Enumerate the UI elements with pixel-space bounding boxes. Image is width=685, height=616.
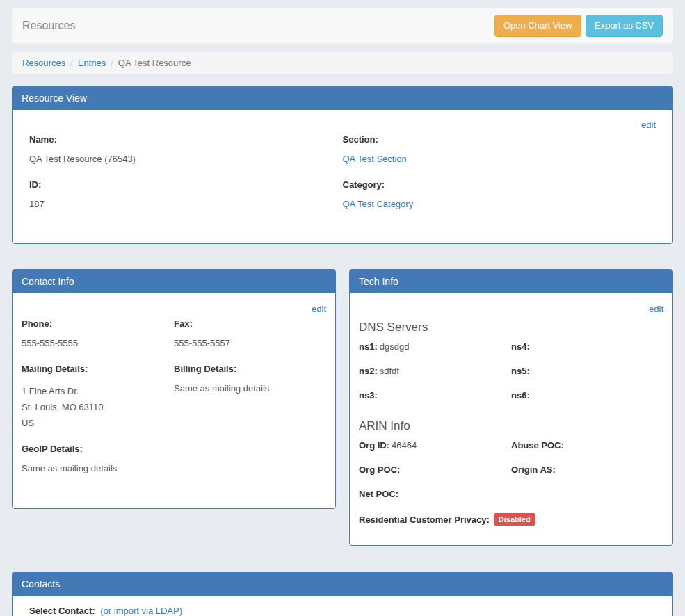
abuse-poc-label: Abuse POC: <box>511 440 564 451</box>
phone-label: Phone: <box>22 318 174 329</box>
breadcrumb-current: QA Test Resource <box>118 58 191 68</box>
contact-info-edit-link[interactable]: edit <box>312 304 326 314</box>
org-poc-field: Org POC: <box>359 464 511 475</box>
dns-servers-heading: DNS Servers <box>359 321 663 334</box>
breadcrumb-entries-link[interactable]: Entries <box>78 58 106 68</box>
ns3-label: ns3: <box>359 390 378 400</box>
resource-view-left-column: Name: QA Test Resource (76543) ID: 187 <box>29 131 343 225</box>
grid-spacer <box>511 489 663 499</box>
mailing-address-line: US <box>22 415 174 431</box>
breadcrumb: Resources/Entries/QA Test Resource <box>12 52 673 74</box>
id-value: 187 <box>29 199 343 209</box>
contacts-panel-body: Select Contact: (or import via LDAP) Sea… <box>13 596 672 616</box>
geoip-details-label: GeoIP Details: <box>22 444 174 454</box>
tech-info-panel-title: Tech Info <box>350 270 672 293</box>
arin-info-heading: ARIN Info <box>359 419 663 433</box>
ns2-value: sdfdf <box>380 366 399 376</box>
contact-info-panel-title: Contact Info <box>13 270 335 293</box>
id-label: ID: <box>29 179 343 190</box>
tech-info-panel-body: edit DNS Servers ns1:dgsdgd ns4: ns2:sdf… <box>350 293 672 545</box>
abuse-poc-field: Abuse POC: <box>511 440 663 451</box>
origin-as-field: Origin AS: <box>511 464 663 475</box>
mailing-details-label: Mailing Details: <box>22 364 174 374</box>
contacts-panel: Contacts Select Contact: (or import via … <box>12 572 673 616</box>
resource-view-panel: Resource View edit Name: QA Test Resourc… <box>12 86 673 244</box>
breadcrumb-separator: / <box>70 58 73 68</box>
org-id-label: Org ID: <box>359 440 389 451</box>
ns4-label: ns4: <box>511 341 530 352</box>
breadcrumb-separator: / <box>111 58 113 68</box>
net-poc-field: Net POC: <box>359 489 511 499</box>
resource-view-panel-title: Resource View <box>13 86 672 110</box>
contact-info-left-column: Phone: 555-555-5555 Mailing Details: 1 F… <box>22 316 174 489</box>
info-panels-row: Contact Info edit Phone: 555-555-5555 Ma… <box>12 269 673 546</box>
org-poc-label: Org POC: <box>359 464 400 475</box>
ns5-label: ns5: <box>511 366 530 376</box>
geoip-details-value: Same as mailing details <box>22 463 174 473</box>
name-label: Name: <box>29 134 343 145</box>
ns4-field: ns4: <box>511 341 663 352</box>
ns1-value: dgsdgd <box>380 341 410 352</box>
ns6-label: ns6: <box>511 390 530 400</box>
residential-privacy-field: Residential Customer Privacy:Disabled <box>359 513 663 526</box>
section-link[interactable]: QA Test Section <box>343 154 407 164</box>
privacy-disabled-badge: Disabled <box>494 513 535 526</box>
fax-label: Fax: <box>174 318 326 329</box>
resource-view-panel-body: edit Name: QA Test Resource (76543) ID: … <box>13 110 672 243</box>
org-id-value: 46464 <box>392 440 417 451</box>
name-value: QA Test Resource (76543) <box>29 154 343 164</box>
ns3-field: ns3: <box>359 390 511 400</box>
category-label: Category: <box>343 179 656 190</box>
import-ldap-link[interactable]: (or import via LDAP) <box>100 606 182 616</box>
header-actions: Open Chart View Export as CSV <box>494 15 663 37</box>
billing-details-label: Billing Details: <box>174 364 326 374</box>
mailing-address-line: 1 Fine Arts Dr. <box>22 383 174 399</box>
residential-privacy-label: Residential Customer Privacy: <box>359 514 490 525</box>
resource-view-right-column: Section: QA Test Section Category: QA Te… <box>343 131 656 225</box>
mailing-details-value: 1 Fine Arts Dr. St. Louis, MO 63110 US <box>22 383 174 431</box>
ns2-field: ns2:sdfdf <box>359 366 511 376</box>
contacts-panel-title: Contacts <box>13 572 672 596</box>
org-id-field: Org ID:46464 <box>359 440 511 451</box>
fax-value: 555-555-5557 <box>174 338 326 348</box>
origin-as-label: Origin AS: <box>511 464 556 475</box>
phone-value: 555-555-5555 <box>22 338 174 348</box>
ns1-field: ns1:dgsdgd <box>359 341 511 352</box>
mailing-address-line: St. Louis, MO 63110 <box>22 399 174 415</box>
ns6-field: ns6: <box>511 390 663 400</box>
page-container: Resources Open Chart View Export as CSV … <box>12 8 673 616</box>
tech-info-edit-link[interactable]: edit <box>649 304 663 314</box>
contact-info-right-column: Fax: 555-555-5557 Billing Details: Same … <box>174 316 326 489</box>
ns1-label: ns1: <box>359 341 378 352</box>
page-header: Resources Open Chart View Export as CSV <box>12 8 673 43</box>
ns5-field: ns5: <box>511 366 663 376</box>
page-title: Resources <box>22 19 75 32</box>
net-poc-label: Net POC: <box>359 489 398 499</box>
resource-view-edit-link[interactable]: edit <box>641 120 656 130</box>
contact-info-panel-body: edit Phone: 555-555-5555 Mailing Details… <box>13 293 335 508</box>
contact-info-panel: Contact Info edit Phone: 555-555-5555 Ma… <box>12 269 336 509</box>
breadcrumb-resources-link[interactable]: Resources <box>22 58 65 68</box>
export-csv-button[interactable]: Export as CSV <box>586 15 663 37</box>
billing-details-value: Same as mailing details <box>174 383 326 394</box>
select-contact-label: Select Contact: <box>29 606 95 616</box>
tech-info-panel: Tech Info edit DNS Servers ns1:dgsdgd ns… <box>349 269 673 546</box>
category-link[interactable]: QA Test Category <box>343 199 414 209</box>
ns2-label: ns2: <box>359 366 378 376</box>
section-label: Section: <box>343 134 656 145</box>
open-chart-view-button[interactable]: Open Chart View <box>494 15 581 37</box>
